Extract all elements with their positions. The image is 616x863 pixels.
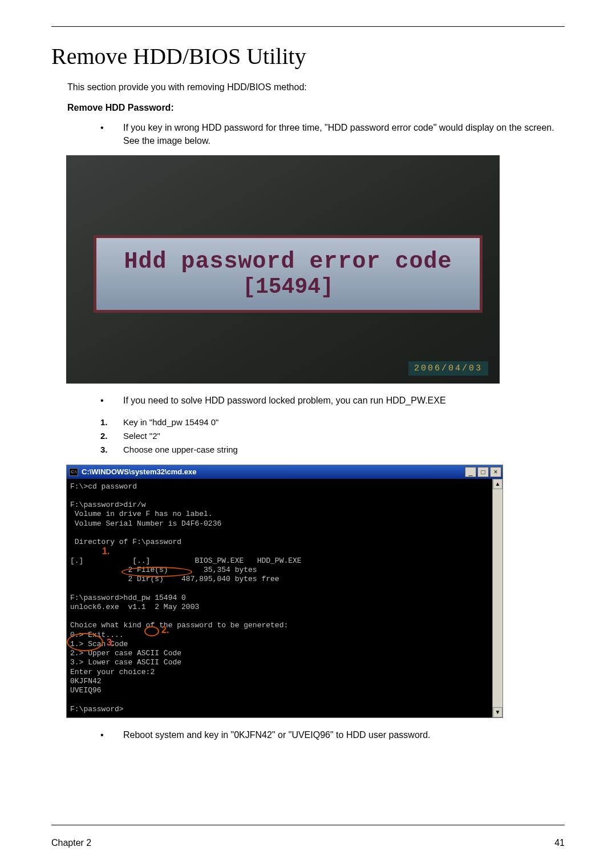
bullet-reboot: Reboot system and key in "0KJFN42" or "U… — [97, 728, 565, 741]
window-maximize-button[interactable]: □ — [477, 467, 489, 477]
annotation-1: 1. — [102, 546, 110, 556]
annotation-3: 3. — [107, 638, 114, 648]
cmd-output: F:\>cd password F:\password>dir/w Volume… — [67, 479, 492, 717]
annotation-oval-3 — [67, 633, 103, 651]
window-minimize-button[interactable]: _ — [465, 467, 476, 477]
error-line2: [15494] — [242, 275, 334, 299]
subheading-remove-hdd-password: Remove HDD Password: — [67, 103, 565, 113]
scroll-up-button[interactable]: ▲ — [493, 479, 502, 489]
cmd-title-icon: C:\ — [69, 468, 78, 476]
error-dialog: Hdd password error code [15494] — [94, 235, 483, 313]
step-3: Choose one upper-case string — [97, 443, 565, 457]
intro-text: This section provide you with removing H… — [67, 82, 565, 92]
screenshot-hdd-error: Hdd password error code [15494] 2006/04/… — [66, 155, 500, 384]
step-1: Key in "hdd_pw 15494 0" — [97, 416, 565, 429]
screenshot-cmd: C:\ C:\WINDOWS\system32\cmd.exe _ □ × F:… — [66, 465, 503, 718]
window-close-button[interactable]: × — [490, 467, 501, 477]
cmd-title-text: C:\WINDOWS\system32\cmd.exe — [82, 467, 197, 476]
footer-page-number: 41 — [554, 838, 565, 848]
photo-timestamp: 2006/04/03 — [408, 361, 488, 376]
cmd-titlebar: C:\ C:\WINDOWS\system32\cmd.exe _ □ × — [67, 465, 502, 479]
error-line1: Hdd password error code — [124, 249, 452, 275]
annotation-oval-1 — [121, 567, 192, 577]
annotation-2: 2. — [161, 625, 169, 635]
footer-chapter: Chapter 2 — [51, 838, 91, 848]
scroll-down-button[interactable]: ▼ — [493, 707, 502, 717]
step-2: Select "2" — [97, 429, 565, 443]
annotation-oval-2 — [144, 626, 159, 636]
bullet-run-hddpw: If you need to solve HDD password locked… — [97, 394, 565, 407]
cmd-scrollbar[interactable]: ▲ ▼ — [492, 479, 502, 717]
bullet-wrong-password: If you key in wrong HDD password for thr… — [97, 121, 565, 147]
page-title: Remove HDD/BIOS Utility — [51, 43, 565, 70]
